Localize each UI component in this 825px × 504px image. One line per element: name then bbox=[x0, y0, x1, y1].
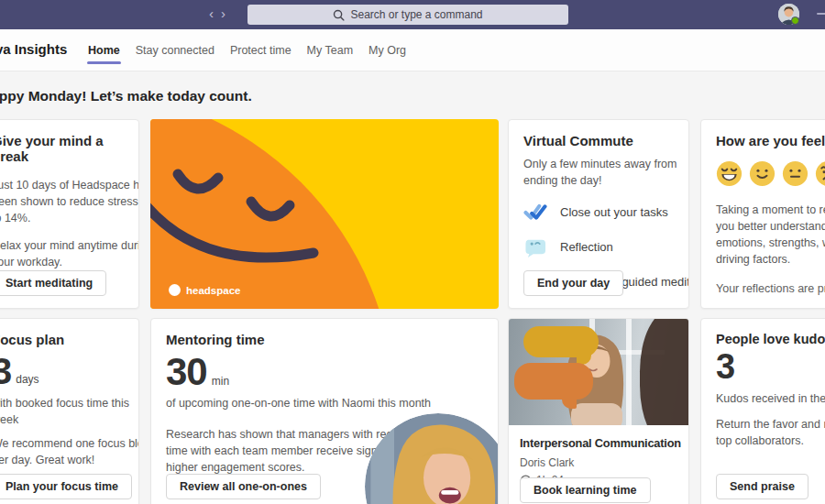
forward-icon[interactable]: › bbox=[221, 5, 226, 23]
card-mind-break: Give your mind a break Just 10 days of H… bbox=[0, 119, 139, 309]
course-author: Doris Clark bbox=[520, 456, 677, 469]
window-edge-icon bbox=[817, 13, 825, 15]
card-title: Virtual Commute bbox=[523, 133, 674, 148]
search-icon bbox=[333, 9, 345, 21]
tab-protect-time[interactable]: Protect time bbox=[229, 40, 292, 60]
double-check-icon bbox=[523, 202, 547, 222]
app-title: Viva Insights bbox=[0, 41, 67, 57]
grinning-emoji-icon[interactable] bbox=[716, 160, 742, 187]
send-praise-button[interactable]: Send praise bbox=[716, 474, 808, 499]
card-title: Give your mind a break bbox=[0, 133, 124, 164]
headspace-logo-icon bbox=[169, 284, 181, 296]
focus-days-value: 3 bbox=[0, 353, 11, 389]
start-meditating-button[interactable]: Start meditating bbox=[0, 270, 106, 296]
neutral-emoji-icon[interactable] bbox=[782, 160, 808, 187]
card-title: How are you feeling? bbox=[716, 133, 825, 148]
book-learning-time-button[interactable]: Book learning time bbox=[520, 477, 651, 503]
card-focus-plan: Focus plan 3 days with booked focus time… bbox=[0, 318, 139, 504]
smiling-emoji-icon[interactable] bbox=[749, 160, 776, 187]
presence-available-icon bbox=[791, 16, 799, 25]
card-virtual-commute: Virtual Commute Only a few minutes away … bbox=[508, 119, 689, 309]
linkedin-icon: in bbox=[688, 434, 689, 452]
greeting-text: Happy Monday! Let’s make today count. bbox=[0, 88, 252, 104]
card-learning: Interpersonal Communication in Doris Cla… bbox=[508, 318, 689, 504]
privacy-note: Your reflections are private. bbox=[716, 282, 825, 295]
search-placeholder: Search or type a command bbox=[350, 8, 482, 21]
mentoring-minutes-value: 30 bbox=[166, 353, 207, 391]
headspace-sleeping-face-icon bbox=[150, 145, 359, 301]
card-title: Focus plan bbox=[0, 332, 124, 347]
worried-emoji-icon[interactable] bbox=[815, 160, 825, 187]
tab-my-org[interactable]: My Org bbox=[368, 40, 407, 60]
back-icon[interactable]: ‹ bbox=[209, 5, 214, 23]
search-input[interactable]: Search or type a command bbox=[248, 5, 568, 25]
card-feelings: How are you feeling? bbox=[700, 119, 825, 309]
headspace-logo: headspace bbox=[169, 284, 240, 296]
tab-stay-connected[interactable]: Stay connected bbox=[135, 40, 215, 60]
tab-my-team[interactable]: My Team bbox=[306, 40, 354, 60]
card-title: People love kudos bbox=[716, 332, 825, 346]
tab-bar: Home Stay connected Protect time My Team… bbox=[87, 29, 407, 71]
headspace-banner[interactable]: headspace bbox=[150, 119, 499, 309]
reflection-icon bbox=[524, 236, 547, 257]
mood-picker bbox=[716, 160, 825, 187]
speech-bubble-orange-shape bbox=[514, 363, 593, 400]
end-your-day-button[interactable]: End your day bbox=[523, 270, 623, 296]
viva-insights-nav: Viva Insights Home Stay connected Protec… bbox=[0, 29, 825, 71]
plan-focus-time-button[interactable]: Plan your focus time bbox=[0, 474, 132, 499]
card-title: Mentoring time bbox=[166, 332, 483, 347]
tab-home[interactable]: Home bbox=[87, 40, 121, 60]
commute-task-item[interactable]: Close out your tasks bbox=[523, 200, 674, 224]
kudos-count-value: 3 bbox=[716, 348, 734, 385]
teams-title-bar: ‹ › Search or type a command bbox=[0, 0, 825, 29]
card-mentoring: Mentoring time 30 min of upcoming one-on… bbox=[150, 318, 499, 504]
course-title: Interpersonal Communication bbox=[520, 436, 681, 450]
review-one-on-ones-button[interactable]: Review all one-on-ones bbox=[166, 474, 321, 499]
learning-course-image bbox=[509, 319, 688, 425]
commute-reflection-item[interactable]: Reflection bbox=[523, 235, 674, 258]
card-kudos: People love kudos 3 Kudos received in th… bbox=[700, 318, 825, 504]
